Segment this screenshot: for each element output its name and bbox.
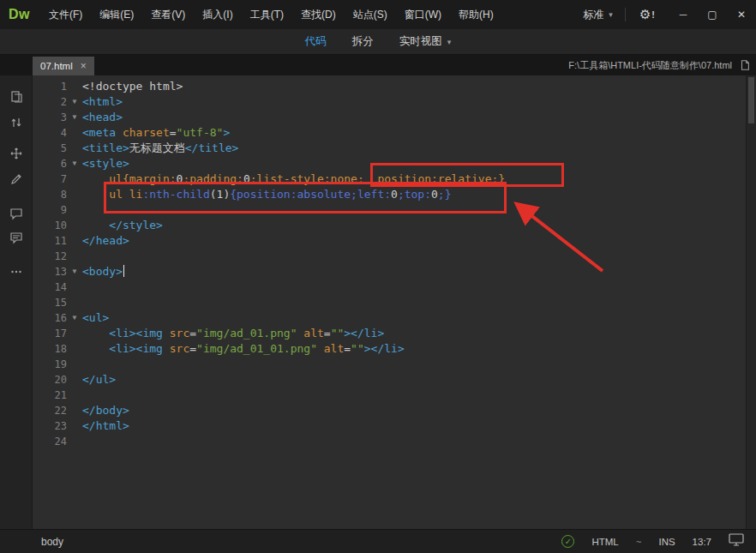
app-logo: Dw	[0, 7, 40, 22]
menu-site[interactable]: 站点(S)	[345, 0, 396, 29]
doc-type-label: HTML	[591, 537, 618, 547]
menu-help[interactable]: 帮助(H)	[450, 0, 502, 29]
sort-arrows-icon[interactable]	[9, 115, 24, 130]
code-lines: 1<!doctype html>2▼<html>3▼<head>4<meta c…	[33, 79, 756, 449]
code-line: 19	[33, 357, 756, 372]
code-line: 6▼<style>	[33, 156, 756, 171]
format-brush-icon[interactable]	[9, 171, 24, 187]
close-button[interactable]: ✕	[727, 0, 756, 29]
dreamweaver-window: Dw 文件(F) 编辑(E) 查看(V) 插入(I) 工具(T) 查找(D) 站…	[0, 0, 756, 553]
chevron-down-icon: ▾	[609, 10, 613, 19]
code-line: 1<!doctype html>	[33, 79, 756, 94]
tab-code-view[interactable]: 代码	[305, 34, 327, 49]
open-documents-icon[interactable]	[9, 89, 24, 105]
code-line: 20</ul>	[33, 372, 756, 388]
menu-view[interactable]: 查看(V)	[142, 0, 194, 29]
chevron-down-icon: ▾	[447, 38, 452, 46]
code-line: 5<title>无标题文档</title>	[33, 141, 756, 156]
code-line: 18 <li><img src="img/ad_01_01.png" alt="…	[33, 341, 756, 357]
cursor-position-label: 13:7	[693, 537, 711, 547]
tab-07-html[interactable]: 07.html ×	[33, 57, 94, 75]
tab-live-view[interactable]: 实时视图 ▾	[399, 34, 452, 49]
code-line: 17 <li><img src="img/ad_01.png" alt=""><…	[33, 326, 756, 341]
insert-mode-label: INS	[658, 537, 675, 547]
menu-insert[interactable]: 插入(I)	[194, 0, 241, 29]
code-line: 13▼<body>	[33, 264, 756, 280]
coding-toolbar	[0, 75, 33, 529]
maximize-button[interactable]: ▢	[698, 0, 727, 29]
code-line: 4<meta charset="utf-8">	[33, 125, 756, 141]
menu-edit[interactable]: 编辑(E)	[91, 0, 142, 29]
status-bar: body ✓ HTML ~ INS 13:7	[0, 529, 756, 553]
code-line: 10 </style>	[33, 218, 756, 233]
file-path: F:\工具箱\HTMLI-代码随意制作\07.html	[568, 59, 737, 72]
code-line: 16▼<ul>	[33, 310, 756, 326]
code-line: 7 ul{margin:0;padding:0;list-style:none;…	[33, 171, 756, 187]
view-mode-bar: 代码 拆分 实时视图 ▾	[0, 29, 756, 55]
settings-gear-icon[interactable]: ⚙ !	[626, 0, 669, 29]
code-line: 21	[33, 388, 756, 403]
alert-badge: !	[651, 9, 655, 20]
code-line: 24	[33, 434, 756, 449]
menu-window[interactable]: 窗口(W)	[396, 0, 450, 29]
divider: ~	[636, 537, 642, 547]
code-line: 11</head>	[33, 233, 756, 249]
workspace-switcher[interactable]: 标准 ▾	[571, 0, 625, 29]
code-editor[interactable]: 1<!doctype html>2▼<html>3▼<head>4<meta c…	[33, 75, 756, 529]
vertical-scrollbar[interactable]	[746, 75, 756, 529]
code-line: 15	[33, 295, 756, 310]
menu-file[interactable]: 文件(F)	[40, 0, 91, 29]
document-icon[interactable]	[737, 57, 753, 73]
tab-close-icon[interactable]: ×	[81, 61, 87, 71]
snippet-comment-icon[interactable]	[9, 230, 24, 245]
tab-split-view[interactable]: 拆分	[352, 34, 374, 49]
code-line: 2▼<html>	[33, 94, 756, 110]
main-area: 1<!doctype html>2▼<html>3▼<head>4<meta c…	[0, 75, 756, 529]
tag-selector-body[interactable]: body	[41, 536, 63, 548]
workspace-label: 标准	[583, 8, 603, 22]
menu-bar: Dw 文件(F) 编辑(E) 查看(V) 插入(I) 工具(T) 查找(D) 站…	[0, 0, 756, 29]
code-line: 23</html>	[33, 418, 756, 434]
code-line: 3▼<head>	[33, 110, 756, 125]
menu-find[interactable]: 查找(D)	[292, 0, 345, 29]
tab-label: 07.html	[40, 61, 73, 71]
menu-tools[interactable]: 工具(T)	[242, 0, 292, 29]
text-cursor	[123, 265, 124, 277]
code-line: 8 ul li:nth-child(1){position:absolute;l…	[33, 187, 756, 202]
more-options-icon[interactable]	[9, 264, 24, 280]
no-errors-check-icon: ✓	[561, 535, 574, 548]
code-line: 14	[33, 280, 756, 295]
minimize-button[interactable]: ─	[669, 0, 698, 29]
document-tab-bar: 07.html × F:\工具箱\HTMLI-代码随意制作\07.html	[0, 55, 756, 75]
move-crosshair-icon[interactable]	[9, 146, 24, 161]
real-time-preview-icon[interactable]	[729, 533, 744, 550]
code-line: 9	[33, 202, 756, 218]
scrollbar-thumb[interactable]	[748, 77, 754, 123]
code-line: 22</body>	[33, 403, 756, 418]
comment-icon[interactable]	[9, 206, 24, 221]
code-line: 12	[33, 249, 756, 264]
